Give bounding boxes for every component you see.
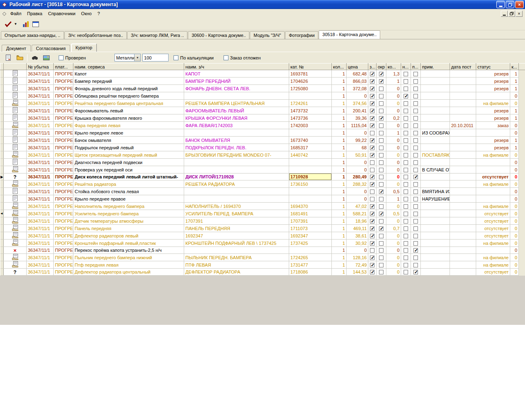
cell-ko[interactable]: 0 xyxy=(386,173,401,180)
okr-checkbox[interactable] xyxy=(379,226,383,231)
cell-qty[interactable]: 1 xyxy=(332,92,347,100)
cell-n[interactable] xyxy=(401,129,411,137)
cell-okr[interactable] xyxy=(377,195,386,203)
cell-catalog-number[interactable] xyxy=(289,188,332,195)
cell-loss-number[interactable]: 36347/11/1 xyxy=(27,173,54,180)
column-header-7[interactable]: кол... xyxy=(332,64,347,70)
column-header-12[interactable]: н... xyxy=(401,64,411,70)
table-row[interactable]: 36347/11/1ПРОГРЕКрыло переднее левое101И… xyxy=(0,129,525,137)
cell-p[interactable] xyxy=(411,188,421,195)
cell-loss-number[interactable]: 36347/11/1 xyxy=(27,85,54,92)
p-checkbox[interactable] xyxy=(413,197,418,201)
cell-date[interactable] xyxy=(450,254,476,261)
okr-checkbox[interactable] xyxy=(379,87,383,91)
cell-p[interactable] xyxy=(411,166,421,173)
cell-ko[interactable]: 0 xyxy=(386,100,401,107)
cell-service-name[interactable]: Фонарь дневного хода левый передний xyxy=(73,85,184,92)
table-row[interactable]: 36347/11/1ПРОГРЕДефлектор радиаторов лев… xyxy=(0,232,525,240)
z-checkbox[interactable] xyxy=(370,101,374,106)
cell-k[interactable]: 0 xyxy=(510,92,519,100)
okr-checkbox[interactable] xyxy=(379,116,383,121)
cell-payer[interactable]: ПРОГРЕ xyxy=(54,173,73,180)
cell-date[interactable]: 20.10.2011 xyxy=(450,122,476,129)
cell-qty[interactable]: 1 xyxy=(332,269,347,276)
cell-payer[interactable]: ПРОГРЕ xyxy=(54,261,73,269)
cell-qty[interactable]: 1 xyxy=(332,85,347,92)
doc-tab-0[interactable]: Открытые заказ-наряды, .. xyxy=(1,31,64,39)
table-row[interactable]: 36347/11/1ПРОГРЕБачок омывателяБАЧОК ОМЫ… xyxy=(0,137,525,144)
cell-service-name[interactable]: Дефлектор радиатора центральный xyxy=(73,269,184,276)
p-checkbox[interactable] xyxy=(413,116,418,121)
cell-k[interactable]: 0 xyxy=(510,100,519,107)
cell-date[interactable] xyxy=(450,217,476,225)
cell-note[interactable]: НАРУШЕНИЕ xyxy=(421,195,450,203)
cell-status[interactable]: отсутствует xyxy=(476,217,510,225)
cell-qty[interactable]: 1 xyxy=(332,151,347,159)
cell-k[interactable]: 1 xyxy=(510,144,519,151)
cell-okr[interactable] xyxy=(377,100,386,107)
cell-ko[interactable]: 1 xyxy=(386,195,401,203)
cell-note[interactable] xyxy=(421,261,450,269)
cell-payer[interactable]: ПРОГРЕ xyxy=(54,232,73,240)
cell-loss-number[interactable]: 36347/11/1 xyxy=(27,70,54,78)
cell-k[interactable]: 1 xyxy=(510,85,519,92)
cell-ko[interactable]: 0 xyxy=(386,269,401,276)
z-checkbox[interactable] xyxy=(370,72,374,76)
cell-payer[interactable]: ПРОГРЕ xyxy=(54,137,73,144)
okr-checkbox[interactable] xyxy=(379,241,383,246)
cell-n[interactable] xyxy=(401,151,411,159)
cell-z[interactable] xyxy=(368,254,377,261)
cell-n[interactable] xyxy=(401,232,411,240)
cell-z[interactable] xyxy=(368,203,377,210)
cell-k[interactable]: 0 xyxy=(510,232,519,240)
cell-n[interactable] xyxy=(401,261,411,269)
cell-ko[interactable]: 0 xyxy=(386,217,401,225)
cell-part-name[interactable] xyxy=(184,247,289,254)
cell-p[interactable] xyxy=(411,225,421,232)
menu-item-2[interactable]: Справочники xyxy=(45,10,78,17)
cell-n[interactable] xyxy=(401,85,411,92)
cell-z[interactable] xyxy=(368,107,377,114)
column-header-4[interactable]: наим. сервиса xyxy=(73,64,184,70)
cell-n[interactable] xyxy=(401,107,411,114)
p-checkbox[interactable] xyxy=(413,138,418,143)
cell-okr[interactable] xyxy=(377,114,386,122)
cell-catalog-number[interactable]: 1693781 xyxy=(289,70,332,78)
column-header-blank-1[interactable] xyxy=(4,64,27,70)
okr-checkbox[interactable] xyxy=(379,109,383,113)
cell-p[interactable] xyxy=(411,180,421,188)
okr-checkbox[interactable] xyxy=(379,101,383,106)
cell-part-name[interactable]: РЕШЕТКА РАДИАТОРА xyxy=(184,180,289,188)
cell-n[interactable] xyxy=(401,225,411,232)
n-checkbox[interactable] xyxy=(404,123,408,128)
cell-service-name[interactable]: Птф передняя левая xyxy=(73,261,184,269)
table-row[interactable]: 36347/11/1ПРОГРЕНаполнитель переднего ба… xyxy=(0,203,525,210)
z-checkbox[interactable] xyxy=(370,153,374,158)
view-tab-0[interactable]: Документ xyxy=(2,45,31,52)
cell-part-name[interactable] xyxy=(184,129,289,137)
cell-price[interactable]: 0 xyxy=(347,92,368,100)
cell-okr[interactable] xyxy=(377,173,386,180)
cell-part-name[interactable]: ФАРА ЛЕВАЯ/1742003 xyxy=(184,122,289,129)
z-checkbox[interactable] xyxy=(370,197,374,201)
cell-qty[interactable]: 1 xyxy=(332,107,347,114)
cell-date[interactable] xyxy=(450,114,476,122)
cell-payer[interactable]: ПРОГРЕ xyxy=(54,78,73,85)
n-checkbox[interactable] xyxy=(404,160,408,165)
p-checkbox[interactable] xyxy=(413,79,418,84)
cell-catalog-number[interactable]: 1685317 xyxy=(289,144,332,151)
column-header-14[interactable]: прим. xyxy=(421,64,450,70)
cell-p[interactable] xyxy=(411,240,421,247)
cell-ko[interactable]: 1,3 xyxy=(386,70,401,78)
cell-service-name[interactable]: Датчик температуры атмосферы xyxy=(73,217,184,225)
cell-loss-number[interactable]: 36347/11/1 xyxy=(27,247,54,254)
cell-okr[interactable] xyxy=(377,188,386,195)
cell-date[interactable] xyxy=(450,247,476,254)
z-checkbox[interactable] xyxy=(370,226,374,231)
okr-checkbox[interactable] xyxy=(379,270,383,274)
cell-date[interactable] xyxy=(450,144,476,151)
cell-qty[interactable]: 1 xyxy=(332,100,347,107)
n-checkbox[interactable] xyxy=(404,72,408,76)
cell-note[interactable]: ИЗ СООБРАЖ xyxy=(421,129,450,137)
paint-type-combo[interactable]: Металлик ▼ xyxy=(114,54,141,62)
